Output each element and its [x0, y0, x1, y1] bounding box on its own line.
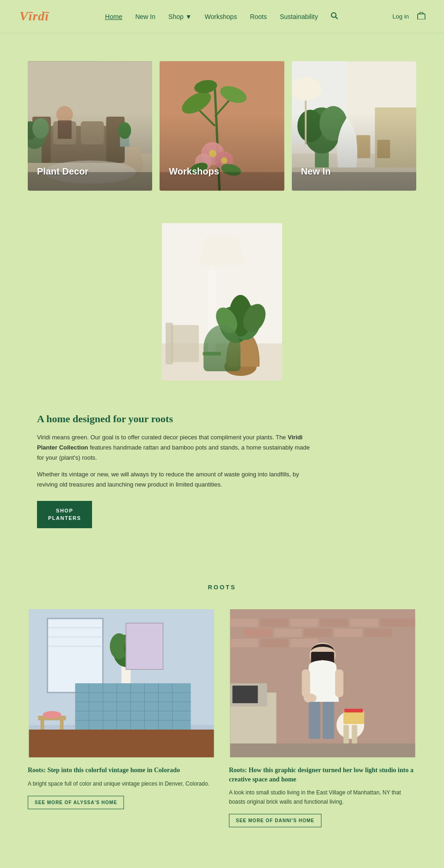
svg-rect-109 [290, 639, 318, 647]
nav-new-in[interactable]: New In [135, 13, 155, 20]
roots-card-1-description: A bright space full of color and unique … [28, 780, 215, 788]
svg-rect-41 [375, 107, 416, 191]
svg-point-34 [221, 157, 228, 164]
roots-card-1-image [28, 609, 215, 757]
hero-card-workshops-label: Workshops [169, 166, 219, 177]
svg-rect-125 [230, 743, 415, 757]
about-paragraph-2: Whether its vintage or new, we will alwa… [37, 469, 314, 490]
svg-point-14 [32, 118, 49, 138]
svg-rect-124 [233, 686, 258, 703]
svg-rect-20 [120, 133, 130, 147]
shop-planters-button[interactable]: SHOPPLANTERS [37, 501, 92, 528]
svg-point-21 [118, 122, 131, 139]
svg-rect-106 [364, 629, 392, 637]
login-link[interactable]: Log in [393, 13, 409, 20]
cart-link[interactable] [417, 12, 426, 21]
svg-rect-40 [292, 61, 347, 144]
svg-rect-100 [351, 618, 378, 627]
hero-card-plant-decor-label: Plant Decor [37, 166, 88, 177]
svg-rect-121 [345, 709, 363, 712]
svg-point-13 [28, 121, 37, 140]
svg-point-30 [201, 142, 224, 165]
svg-rect-102 [244, 629, 272, 637]
hero-grid: Plant Decor [0, 33, 444, 209]
svg-rect-118 [344, 725, 349, 743]
center-image-section [0, 209, 444, 404]
roots-card-1-title: Roots: Step into this colorful vintage h… [28, 766, 215, 775]
nav-roots[interactable]: Roots [250, 13, 267, 20]
svg-point-47 [320, 106, 347, 141]
svg-point-12 [28, 121, 46, 149]
svg-point-45 [303, 107, 340, 154]
svg-rect-103 [274, 629, 302, 637]
nav-sustainability[interactable]: Sustainability [280, 13, 318, 20]
search-icon[interactable] [331, 12, 338, 21]
svg-point-1 [332, 13, 336, 18]
svg-point-33 [209, 150, 216, 157]
svg-rect-99 [321, 618, 348, 627]
main-nav: Home New In Shop ▼ Workshops Roots Susta… [105, 12, 338, 21]
svg-text:Vīrdī: Vīrdī [19, 9, 49, 23]
svg-rect-119 [352, 725, 358, 743]
svg-rect-112 [302, 669, 310, 697]
roots-card-2-image [229, 609, 416, 757]
roots-card-1-cta[interactable]: SEE MORE OF ALYSSA'S HOME [28, 796, 124, 809]
roots-card-1: Roots: Step into this colorful vintage h… [28, 609, 215, 827]
roots-title: ROOTS [28, 584, 416, 591]
svg-rect-9 [53, 121, 76, 144]
svg-rect-43 [377, 140, 390, 158]
svg-rect-108 [260, 639, 288, 647]
svg-rect-96 [230, 618, 258, 627]
svg-rect-98 [290, 618, 318, 627]
roots-card-2-title: Roots: How this graphic designer turned … [229, 766, 416, 784]
svg-rect-16 [128, 147, 139, 163]
svg-rect-10 [81, 121, 104, 144]
nav-shop[interactable]: Shop ▼ [168, 13, 192, 20]
svg-rect-115 [309, 702, 321, 739]
svg-rect-19 [58, 120, 72, 139]
svg-rect-101 [381, 618, 415, 627]
svg-rect-104 [304, 629, 332, 637]
nav-home[interactable]: Home [105, 13, 122, 20]
svg-rect-64 [166, 323, 173, 364]
roots-card-2-cta[interactable]: SEE MORE OF DANNI'S HOME [229, 814, 321, 827]
roots-section: ROOTS [0, 556, 444, 864]
roots-grid: Roots: Step into this colorful vintage h… [28, 609, 416, 827]
hero-card-plant-decor[interactable]: Plant Decor [28, 61, 152, 191]
svg-point-18 [56, 106, 73, 123]
svg-rect-92 [126, 623, 163, 669]
roots-card-2: Roots: How this graphic designer turned … [229, 609, 416, 827]
cart-icon [417, 13, 426, 21]
center-feature-image [162, 223, 282, 381]
svg-rect-120 [344, 711, 364, 724]
header-actions: Log in [393, 12, 426, 21]
svg-point-46 [297, 110, 323, 142]
svg-rect-42 [356, 135, 370, 158]
svg-rect-97 [260, 618, 288, 627]
svg-rect-116 [323, 702, 334, 739]
svg-line-2 [336, 17, 338, 19]
nav-workshops[interactable]: Workshops [205, 13, 237, 20]
hero-card-new-in[interactable]: New In [292, 61, 416, 191]
about-paragraph-1: Viridi means green. Our goal is to offer… [37, 432, 314, 463]
svg-rect-55 [208, 269, 216, 353]
svg-rect-56 [203, 352, 221, 356]
svg-point-114 [304, 693, 317, 703]
logo[interactable]: Vīrdī [18, 6, 51, 27]
svg-rect-7 [32, 117, 51, 163]
svg-point-91 [43, 711, 62, 718]
svg-point-35 [220, 162, 243, 178]
svg-rect-67 [48, 618, 103, 693]
svg-rect-107 [230, 639, 258, 647]
about-heading: A home designed for your roots [37, 413, 314, 425]
about-section: A home designed for your roots Viridi me… [0, 404, 352, 556]
chevron-down-icon: ▼ [185, 13, 192, 20]
hero-card-new-in-label: New In [301, 166, 331, 177]
hero-card-workshops[interactable]: Workshops [160, 61, 284, 191]
svg-rect-105 [334, 629, 362, 637]
roots-card-2-description: A look into small studio living in the E… [229, 788, 416, 806]
svg-rect-113 [335, 669, 344, 697]
svg-rect-3 [418, 14, 425, 19]
svg-point-15 [124, 149, 143, 177]
svg-rect-11 [28, 140, 42, 163]
